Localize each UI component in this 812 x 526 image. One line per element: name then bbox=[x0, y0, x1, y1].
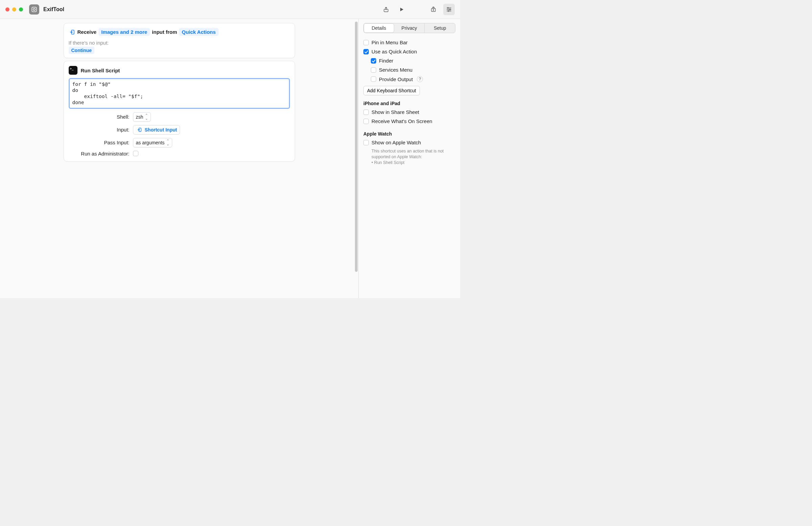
provide-output-label: Provide Output bbox=[379, 76, 413, 82]
script-textarea[interactable]: for f in "$@" do exiftool -all= "$f"; do… bbox=[69, 78, 290, 109]
inspector-toggle-button[interactable] bbox=[443, 4, 455, 15]
minimize-window-button[interactable] bbox=[12, 7, 16, 12]
input-from-label: input from bbox=[152, 29, 177, 35]
watch-unsupported-note: This shortcut uses an action that is not… bbox=[363, 148, 455, 166]
input-label: Input: bbox=[69, 127, 130, 133]
input-value: Shortcut Input bbox=[145, 127, 177, 133]
tab-details[interactable]: Details bbox=[364, 23, 394, 33]
no-input-action-token[interactable]: Continue bbox=[69, 47, 95, 54]
add-keyboard-shortcut-button[interactable]: Add Keyboard Shortcut bbox=[363, 86, 420, 95]
admin-label: Run as Administrator: bbox=[69, 151, 130, 156]
no-input-label: If there's no input: bbox=[69, 39, 290, 48]
receive-input-card[interactable]: Receive Images and 2 more input from Qui… bbox=[63, 23, 295, 58]
run-button[interactable] bbox=[396, 4, 407, 15]
inspector-tabs: Details Privacy Setup bbox=[363, 23, 455, 33]
onscreen-checkbox[interactable] bbox=[363, 119, 369, 124]
receive-label: Receive bbox=[77, 29, 97, 35]
services-label: Services Menu bbox=[379, 67, 412, 73]
run-shell-script-card[interactable]: Run Shell Script for f in "$@" do exifto… bbox=[63, 61, 295, 162]
shortcut-icon bbox=[29, 4, 39, 15]
services-checkbox[interactable] bbox=[371, 67, 376, 73]
terminal-icon bbox=[69, 66, 77, 75]
finder-checkbox[interactable] bbox=[371, 58, 376, 63]
help-icon[interactable]: ? bbox=[417, 76, 423, 82]
section-iphone-ipad: iPhone and iPad bbox=[363, 101, 455, 106]
close-window-button[interactable] bbox=[5, 7, 10, 12]
quick-action-checkbox[interactable] bbox=[363, 49, 369, 55]
pass-input-select[interactable]: as arguments ⌃⌄ bbox=[133, 138, 173, 147]
admin-checkbox[interactable] bbox=[133, 151, 139, 156]
chevron-updown-icon: ⌃⌄ bbox=[145, 114, 148, 120]
share-button[interactable] bbox=[380, 4, 392, 15]
finder-label: Finder bbox=[379, 58, 393, 63]
pin-menubar-checkbox[interactable] bbox=[363, 40, 369, 45]
input-variable-token[interactable]: Shortcut Input bbox=[133, 125, 180, 135]
watch-label: Show on Apple Watch bbox=[372, 140, 421, 145]
canvas-scrollbar[interactable] bbox=[355, 21, 358, 272]
action-title: Run Shell Script bbox=[81, 67, 120, 73]
pin-menubar-label: Pin in Menu Bar bbox=[372, 40, 408, 45]
section-apple-watch: Apple Watch bbox=[363, 131, 455, 137]
traffic-lights bbox=[5, 7, 23, 12]
input-icon bbox=[69, 29, 75, 35]
shell-select[interactable]: zsh ⌃⌄ bbox=[133, 112, 151, 122]
receive-source-token[interactable]: Quick Actions bbox=[179, 28, 218, 36]
share-sheet-label: Show in Share Sheet bbox=[372, 109, 419, 115]
svg-point-1 bbox=[33, 9, 35, 11]
svg-rect-0 bbox=[32, 7, 37, 12]
window-toolbar: ExifTool bbox=[0, 0, 460, 19]
svg-point-6 bbox=[448, 11, 449, 12]
zoom-window-button[interactable] bbox=[19, 7, 23, 12]
tab-privacy[interactable]: Privacy bbox=[394, 23, 425, 33]
provide-output-checkbox[interactable] bbox=[371, 76, 376, 82]
window-title: ExifTool bbox=[43, 6, 64, 13]
share-sheet-checkbox[interactable] bbox=[363, 109, 369, 115]
shell-value: zsh bbox=[136, 114, 143, 120]
pass-input-label: Pass Input: bbox=[69, 140, 130, 145]
workflow-canvas[interactable]: Receive Images and 2 more input from Qui… bbox=[0, 19, 359, 298]
svg-point-5 bbox=[450, 9, 451, 10]
inspector-panel: Details Privacy Setup Pin in Menu Bar Us… bbox=[359, 19, 460, 298]
chevron-updown-icon: ⌃⌄ bbox=[166, 139, 169, 146]
library-button[interactable] bbox=[427, 4, 439, 15]
input-icon bbox=[136, 126, 143, 133]
shell-label: Shell: bbox=[69, 114, 130, 120]
pass-input-value: as arguments bbox=[136, 140, 165, 145]
onscreen-label: Receive What's On Screen bbox=[372, 118, 432, 124]
watch-checkbox[interactable] bbox=[363, 140, 369, 145]
svg-point-4 bbox=[448, 7, 449, 9]
quick-action-label: Use as Quick Action bbox=[372, 49, 417, 55]
tab-setup[interactable]: Setup bbox=[425, 23, 455, 33]
receive-types-token[interactable]: Images and 2 more bbox=[99, 28, 150, 36]
